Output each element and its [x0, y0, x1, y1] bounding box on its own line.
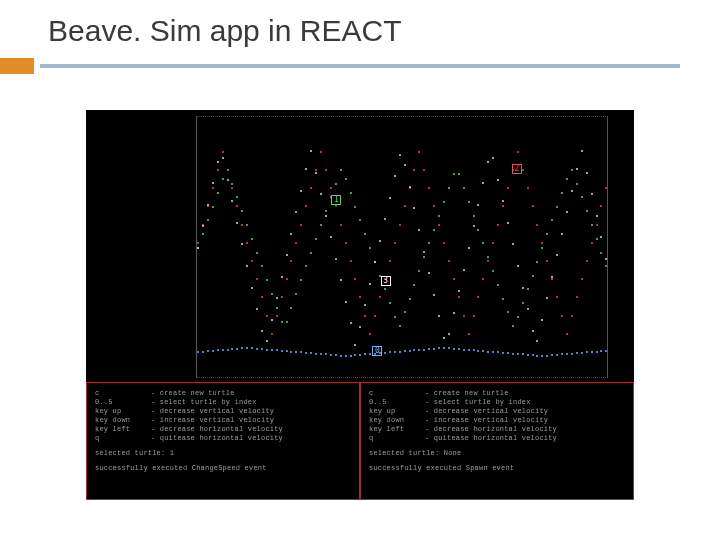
turtle-marker-3[interactable]: 3 [381, 276, 391, 286]
trail-dot [507, 352, 509, 354]
trail-dot [261, 265, 263, 267]
trail-dot [517, 353, 519, 355]
trail-dot [497, 284, 499, 286]
trail-dot [217, 161, 219, 163]
trail-dot [453, 278, 455, 280]
trail-dot [359, 326, 361, 328]
turtle-marker-1[interactable]: 1 [331, 195, 341, 205]
trail-dot [305, 352, 307, 354]
trail-dot [236, 205, 238, 207]
trail-dot [541, 242, 543, 244]
trail-dot [512, 325, 514, 327]
trail-dot [433, 294, 435, 296]
trail-dot [605, 187, 607, 189]
trail-dot [256, 348, 258, 350]
trail-dot [566, 333, 568, 335]
console-right: c- create new turtle0..5- select turtle … [360, 382, 634, 500]
trail-dot [350, 260, 352, 262]
trail-dot [330, 187, 332, 189]
trail-dot [315, 238, 317, 240]
trail-dot [399, 325, 401, 327]
trail-dot [507, 222, 509, 224]
trail-dot [600, 350, 602, 352]
trail-dot [566, 353, 568, 355]
trail-dot [241, 243, 243, 245]
trail-dot [443, 242, 445, 244]
trail-dot [487, 260, 489, 262]
trail-dot [354, 278, 356, 280]
trail-dot [428, 242, 430, 244]
trail-dot [281, 321, 283, 323]
trail-dot [561, 192, 563, 194]
trail-dot [413, 169, 415, 171]
trail-dot [290, 260, 292, 262]
trail-dot [256, 308, 258, 310]
trail-dot [497, 179, 499, 181]
trail-dot [310, 252, 312, 254]
trail-dot [413, 207, 415, 209]
trail-dot [571, 190, 573, 192]
trail-dot [458, 348, 460, 350]
trail-dot [522, 287, 524, 289]
trail-dot [453, 312, 455, 314]
trail-dot [433, 229, 435, 231]
trail-dot [251, 238, 253, 240]
trail-dot [404, 350, 406, 352]
trail-dot [231, 200, 233, 202]
trail-dot [286, 254, 288, 256]
trail-dot [448, 260, 450, 262]
trail-dot [276, 297, 278, 299]
trail-dot [295, 351, 297, 353]
trail-dot [453, 348, 455, 350]
trail-dot [281, 276, 283, 278]
trail-dot [310, 352, 312, 354]
help-row: key up- decrease vertical velocity [95, 407, 351, 416]
trail-dot [473, 215, 475, 217]
trail-dot [246, 224, 248, 226]
trail-dot [473, 349, 475, 351]
trail-dot [546, 233, 548, 235]
trail-dot [413, 284, 415, 286]
trail-dot [364, 315, 366, 317]
trail-dot [561, 233, 563, 235]
trail-dot [409, 298, 411, 300]
trail-dot [463, 315, 465, 317]
trail-dot [458, 173, 460, 175]
trail-dot [354, 206, 356, 208]
trail-dot [591, 224, 593, 226]
turtle-marker-0[interactable]: 0 [372, 346, 382, 356]
help-row: key up- decrease vertical velocity [369, 407, 625, 416]
trail-dot [320, 151, 322, 153]
trail-dot [315, 169, 317, 171]
trail-dot [556, 206, 558, 208]
trail-dot [202, 351, 204, 353]
trail-dot [399, 351, 401, 353]
trail-dot [261, 296, 263, 298]
trail-dot [512, 243, 514, 245]
trail-dot [359, 354, 361, 356]
trail-dot [581, 196, 583, 198]
trail-dot [418, 349, 420, 351]
trail-dot [320, 224, 322, 226]
trail-dot [271, 319, 273, 321]
trail-dot [473, 225, 475, 227]
page-title: Beave. Sim app in REACT [0, 0, 720, 58]
trail-dot [222, 151, 224, 153]
selected-turtle-line: selected turtle: 1 [95, 449, 351, 458]
trail-dot [561, 353, 563, 355]
trail-dot [369, 353, 371, 355]
turtle-marker-2[interactable]: 2 [512, 164, 522, 174]
trail-dot [384, 218, 386, 220]
trail-dot [207, 204, 209, 206]
trail-dot [532, 354, 534, 356]
trail-dot [556, 296, 558, 298]
trail-dot [468, 201, 470, 203]
help-row: c- create new turtle [369, 389, 625, 398]
trail-dot [482, 350, 484, 352]
trail-dot [433, 348, 435, 350]
trail-dot [468, 247, 470, 249]
trail-dot [241, 224, 243, 226]
trail-dot [541, 319, 543, 321]
trail-dot [532, 275, 534, 277]
trail-dot [605, 350, 607, 352]
